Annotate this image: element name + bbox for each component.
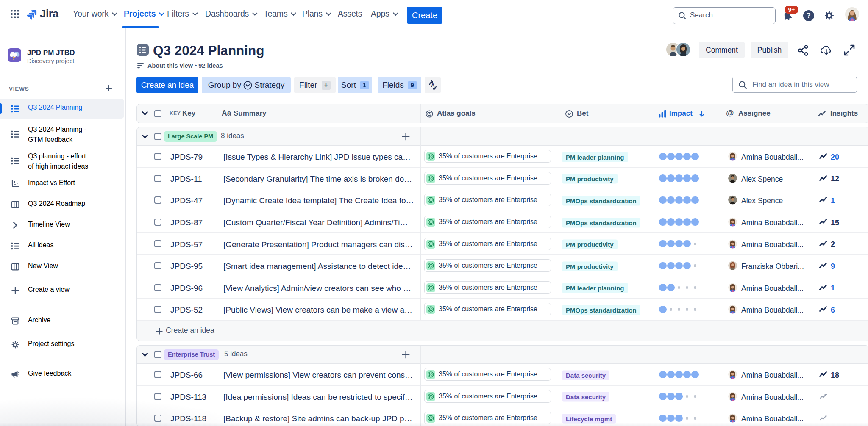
svg-text:A: A xyxy=(431,83,435,89)
